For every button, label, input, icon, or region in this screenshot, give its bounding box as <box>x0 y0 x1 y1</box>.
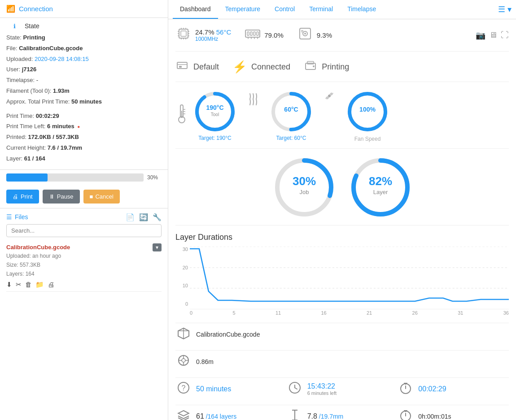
settings-icon[interactable]: 🔧 <box>153 213 162 221</box>
info-layers: 61 /164 layers <box>175 405 287 420</box>
connection-status: ⚡ Connected <box>232 60 290 74</box>
usb-icon: ⚡ <box>232 60 247 74</box>
cpu-temp: 56°C <box>216 28 232 36</box>
tab-dashboard[interactable]: Dashboard <box>173 0 218 19</box>
state-label: State: <box>6 34 22 41</box>
svg-marker-81 <box>178 411 189 416</box>
info-empty-4 <box>398 350 509 373</box>
svg-text:Layer: Layer <box>373 189 388 195</box>
progress-label: 30% <box>147 174 162 181</box>
left-panel: 📶 Connection ℹ State State: Printing Fil… <box>0 0 168 420</box>
state-section: ℹ State State: Printing File: Calibratio… <box>0 18 168 170</box>
print-button[interactable]: 🖨 Print <box>6 190 39 204</box>
fan-speed-label: Fan Speed <box>345 136 390 142</box>
connection-title[interactable]: Connection <box>19 5 53 13</box>
tab-control[interactable]: Control <box>267 0 302 19</box>
svg-rect-0 <box>179 29 188 38</box>
svg-text:Tool: Tool <box>211 112 219 117</box>
clock-time-val: 15:43:22 6 minutes left <box>307 382 337 396</box>
tab-terminal[interactable]: Terminal <box>302 0 340 19</box>
printer-profile-icon <box>175 59 189 75</box>
expand-icon[interactable]: ⛶ <box>501 30 509 40</box>
file-dropdown-button[interactable]: ▾ <box>153 243 162 251</box>
svg-line-76 <box>295 388 297 389</box>
disk-main: 9.3% <box>317 31 332 39</box>
info-icon: ℹ <box>6 23 22 30</box>
display-icon[interactable]: 🖥 <box>489 30 497 40</box>
cancel-button[interactable]: ■ Cancel <box>83 190 120 204</box>
clock-time-text: 15:43:22 <box>307 382 335 390</box>
job-gauge-svg: 30% Job <box>273 156 336 219</box>
info-height: 7.8 /19.7mm <box>287 405 398 420</box>
question-icon: ? <box>175 381 192 397</box>
cpu-stat: 24.7% 56°C 1000MHz <box>175 26 231 45</box>
job-gauge-wrap: 30% Job <box>273 156 336 219</box>
svg-point-25 <box>304 33 306 35</box>
info-empty-1 <box>287 323 398 346</box>
state-line-filament: Filament (Tool 0): 1.93m <box>6 87 162 96</box>
disk-text: 9.3% <box>317 31 332 39</box>
file-actions: ⬇ ✂ 🗑 📁 🖨 <box>6 281 162 289</box>
ram-text: 79.0% <box>264 31 284 39</box>
state-line-timelapse: Timelapse: - <box>6 76 162 85</box>
file-name-label: CalibrationCube.gcode <box>6 244 70 251</box>
x-label-0: 0 <box>190 310 192 316</box>
layer-time-icon <box>398 409 414 420</box>
folder-icon[interactable]: 📁 <box>35 281 44 289</box>
download-icon[interactable]: ⬇ <box>6 281 12 289</box>
refresh-icon[interactable]: 🔄 <box>139 213 148 221</box>
state-line-file: File: CalibrationCube.gcode <box>6 44 162 53</box>
bed-target-label: Target: 60°C <box>269 135 314 141</box>
tab-timelapse[interactable]: Timelapse <box>340 0 383 19</box>
x-label-26: 26 <box>412 310 418 316</box>
file-name: CalibrationCube.gcode ▾ <box>6 243 162 251</box>
delete-icon[interactable]: 🗑 <box>25 281 32 289</box>
layers-text: 61 <box>196 412 204 420</box>
cpu-icon <box>175 26 192 45</box>
bottom-info: CalibrationCube.gcode 0. <box>175 323 509 420</box>
height-icon <box>287 409 303 420</box>
svg-text:82%: 82% <box>368 174 392 188</box>
user-value: j7126 <box>22 66 37 73</box>
file-meta: Uploaded: an hour ago Size: 557.3KB Laye… <box>6 251 162 279</box>
cube-icon <box>175 327 192 342</box>
info-print-time: 00:02:29 <box>398 377 509 400</box>
printed-label: Printed: <box>6 134 26 140</box>
y-label-10: 10 <box>183 283 188 288</box>
search-input[interactable] <box>6 224 162 237</box>
pause-button[interactable]: ⏸ Pause <box>43 190 80 204</box>
tab-menu-button[interactable]: ☰ ▾ <box>498 4 512 14</box>
tab-temperature[interactable]: Temperature <box>218 0 268 19</box>
svg-text:100%: 100% <box>359 106 376 113</box>
svg-text:190°C: 190°C <box>206 104 223 111</box>
print-button-label: Print <box>21 193 33 200</box>
est-time-val: 50 minutes <box>196 385 231 393</box>
files-toolbar: 📄 🔄 🔧 <box>126 213 162 221</box>
bed-gauge-svg: 60°C <box>269 89 314 134</box>
state-line-height: Current Height: 7.6 / 19.7mm <box>6 143 162 153</box>
layer-gauge-wrap: 82% Layer <box>349 156 412 219</box>
uploaded-value: 2020-09-28 14:08:15 <box>35 56 89 62</box>
x-label-11: 11 <box>275 310 281 316</box>
svg-point-41 <box>197 94 233 130</box>
printer-state-icon <box>304 59 317 75</box>
printed-value: 172.0KB / 557.3KB <box>28 134 79 140</box>
slice-icon[interactable]: ✂ <box>16 281 22 289</box>
webcam-icon[interactable]: 📷 <box>476 30 485 40</box>
layer-gauge-svg: 82% Layer <box>349 156 412 219</box>
svg-rect-16 <box>250 32 252 35</box>
profile-label: Default <box>193 62 219 72</box>
ram-main: 79.0% <box>264 31 284 39</box>
print-file-icon[interactable]: 🖨 <box>48 281 54 289</box>
files-title: ☰ Files <box>6 213 28 221</box>
cpu-percent: 24.7% <box>195 28 214 36</box>
tool-gauge-svg: 190°C Tool <box>192 89 237 134</box>
svg-text:60°C: 60°C <box>284 106 298 113</box>
upload-icon[interactable]: 📄 <box>126 213 135 221</box>
total-layers-text: /164 layers <box>206 413 236 420</box>
info-clock-time: 15:43:22 6 minutes left <box>287 377 398 400</box>
info-empty-3 <box>287 350 398 373</box>
dashboard-content: 24.7% 56°C 1000MHz <box>168 19 516 420</box>
svg-point-33 <box>313 65 315 67</box>
disk-icon <box>297 26 313 45</box>
